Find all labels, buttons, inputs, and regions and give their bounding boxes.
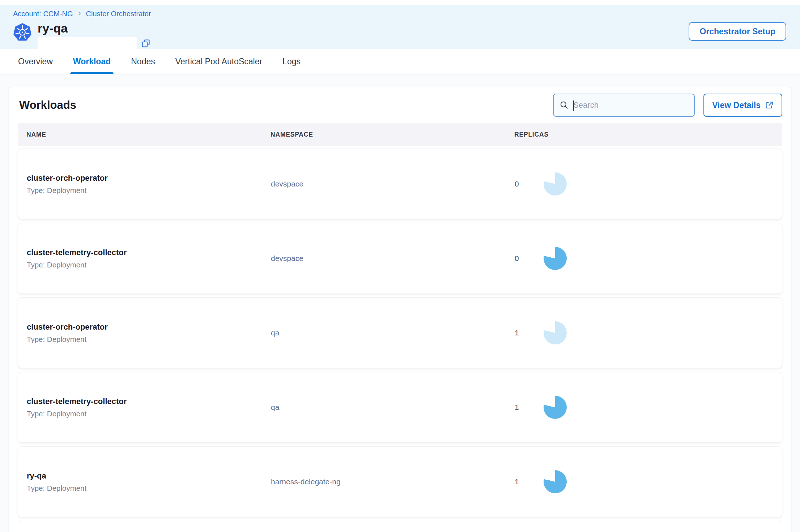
copy-icon [141,39,150,48]
search-input[interactable] [569,100,694,110]
workload-type: Type: Deployment [27,409,271,418]
chevron-right-icon: › [78,9,81,17]
view-details-button[interactable]: View Details [703,94,782,117]
tab-bar: Overview Workload Nodes Vertical Pod Aut… [0,49,800,74]
breadcrumb-current-link[interactable]: Cluster Orchestrator [86,10,151,18]
workload-type: Type: Deployment [27,186,271,195]
workload-namespace: qa [271,329,515,337]
top-margin [0,0,800,5]
search-icon [559,100,569,110]
table-row-partial[interactable] [18,521,782,532]
workload-name: cluster-telemetry-collector [27,248,271,257]
replica-pie-chart [544,247,567,270]
workloads-panel: Workloads View Details NAME [9,86,791,532]
workload-name: cluster-orch-operator [27,173,271,183]
column-header-name: NAME [26,131,271,138]
orchestrator-setup-button[interactable]: Orchestrator Setup [689,22,786,41]
replica-count: 1 [515,329,520,337]
workload-name: cluster-telemetry-collector [27,397,271,406]
replica-count: 1 [515,403,520,412]
replica-count: 0 [515,180,520,188]
workload-namespace: devspace [271,254,515,263]
view-details-label: View Details [712,100,761,110]
page-body: Workloads View Details NAME [0,74,800,532]
table-header-row: NAME NAMESPACE REPLICAS [18,123,782,146]
replica-pie-chart [544,172,567,196]
workload-name: cluster-orch-operator [27,322,271,332]
column-header-namespace: NAMESPACE [271,131,514,138]
tab-vertical-pod-autoscaler[interactable]: Vertical Pod AutoScaler [175,49,262,74]
replica-pie-chart [544,321,567,344]
table-row[interactable]: cluster-telemetry-collector Type: Deploy… [18,372,782,443]
workload-type: Type: Deployment [27,335,271,344]
table-row[interactable]: cluster-orch-operator Type: Deployment q… [18,297,782,368]
page-header: Account: CCM-NG › Cluster Orchestrator r… [0,5,800,49]
workload-namespace: harness-delegate-ng [271,477,515,486]
replica-count: 0 [515,254,520,263]
column-header-replicas: REPLICAS [514,131,774,138]
page-title: ry-qa [38,22,151,35]
replica-pie-chart [544,470,567,493]
workload-namespace: devspace [271,180,515,188]
table-row[interactable]: cluster-orch-operator Type: Deployment d… [18,149,782,219]
copy-button[interactable] [140,38,151,49]
tab-workload[interactable]: Workload [73,49,111,74]
tab-overview[interactable]: Overview [18,49,53,74]
tab-logs[interactable]: Logs [282,49,301,74]
table-row[interactable]: ry-qa Type: Deployment harness-delegate-… [18,446,782,517]
breadcrumb: Account: CCM-NG › Cluster Orchestrator [13,9,786,18]
breadcrumb-account-link[interactable]: Account: CCM-NG [13,10,73,18]
external-link-icon [765,101,774,110]
search-box [553,94,695,117]
table-row[interactable]: cluster-telemetry-collector Type: Deploy… [18,223,782,294]
workloads-section-title: Workloads [19,99,76,112]
workload-type: Type: Deployment [27,261,271,269]
workload-namespace: qa [271,403,515,412]
workload-type: Type: Deployment [27,484,271,493]
kubernetes-icon [13,22,32,42]
replica-count: 1 [515,477,520,486]
cluster-id-redacted [38,37,137,50]
replica-pie-chart [544,396,567,419]
workload-name: ry-qa [27,471,271,481]
text-caret [573,100,574,111]
tab-nodes[interactable]: Nodes [131,49,155,74]
